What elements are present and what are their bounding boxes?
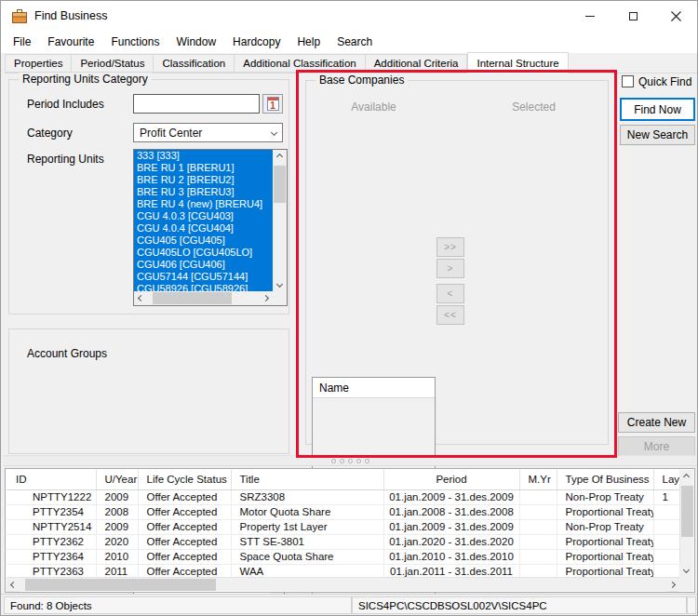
column-header-title[interactable]: Title [231,470,383,489]
base-companies-title: Base Companies [315,74,408,87]
column-header-uyear[interactable]: U/Year [96,470,138,489]
close-button[interactable] [654,1,697,31]
list-item[interactable]: CGU 4.0.3 [CGU403] [134,210,273,222]
menu-file[interactable]: File [5,35,39,48]
column-header-id[interactable]: ID [7,470,96,489]
chevron-up-icon [276,154,283,160]
list-item[interactable]: BRE RU 3 [BRERU3] [134,186,273,198]
column-header-type-of-business[interactable]: Type Of Business [557,470,653,489]
remove-all-button[interactable]: << [436,305,464,325]
cell-period: 01.jan.2020 - 31.des.2020 [383,534,519,549]
menu-favourite[interactable]: Favourite [39,35,102,48]
table-row[interactable]: PTTY2354 2008 Offer Accepted Motor Quota… [7,504,679,519]
column-header-layer[interactable]: Layer [653,470,679,489]
tab-classification[interactable]: Classification [154,54,235,73]
tab-strip: Properties Period/Status Classification … [5,53,697,74]
scrollbar-thumb[interactable] [274,166,286,203]
menu-hardcopy[interactable]: Hardcopy [224,35,289,48]
vertical-scrollbar[interactable] [679,470,693,577]
splitter-dot [348,459,353,463]
category-dropdown[interactable]: Profit Center [133,123,283,142]
cell-title: STT SE-3801 [231,534,383,549]
splitter-dot [331,459,336,463]
list-item[interactable]: CGU405LO [CGU405LO] [134,247,273,259]
column-header-life-cycle-status[interactable]: Life Cycle Status [138,470,231,489]
cell-type: Proportional Treaty [557,549,653,564]
tab-internal-structure[interactable]: Internal Structure [467,52,568,74]
cell-myr [519,519,557,534]
scroll-up-arrow[interactable] [273,150,287,164]
table-row[interactable]: NPTTY2514 2009 Offer Accepted Property 1… [7,519,679,534]
cell-id: PTTY2362 [7,534,96,549]
maximize-icon [629,12,638,20]
create-new-button[interactable]: Create New [618,412,695,433]
menu-window[interactable]: Window [168,35,224,48]
reporting-units-listbox[interactable]: 333 [333] BRE RU 1 [BRERU1] BRE RU 2 [BR… [133,149,288,306]
vertical-scrollbar[interactable] [273,150,287,291]
table-row[interactable]: PTTY2364 2010 Offer Accepted Space Quota… [7,549,679,564]
resize-grip[interactable] [687,596,696,614]
list-item[interactable]: CGU406 [CGU406] [134,259,273,271]
menu-help[interactable]: Help [289,35,329,48]
scrollbar-thumb[interactable] [153,292,232,304]
more-button[interactable]: More [618,436,695,457]
minimize-button[interactable] [569,1,611,31]
date-picker-button[interactable]: 1 [262,94,283,114]
find-now-button[interactable]: Find Now [620,98,695,121]
tab-period-status[interactable]: Period/Status [72,54,154,73]
scroll-right-arrow[interactable] [259,291,273,305]
period-includes-input[interactable] [133,94,260,114]
splitter-dot [356,459,361,463]
horizontal-scrollbar[interactable] [7,577,679,591]
list-item[interactable]: CGU57144 [CGU57144] [134,271,273,283]
cell-status: Offer Accepted [138,519,231,534]
reporting-units-label: Reporting Units [27,153,104,166]
scroll-right-arrow[interactable] [665,578,679,592]
quick-find-checkbox[interactable] [622,75,634,87]
scroll-left-arrow[interactable] [7,578,20,592]
list-item[interactable]: CGU405 [CGU405] [134,234,273,247]
maximize-button[interactable] [611,1,654,31]
cell-title: SRZ3308 [231,489,383,504]
list-item[interactable]: BRE RU 2 [BRERU2] [134,174,273,186]
remove-button[interactable]: < [436,284,464,303]
cell-myr [519,549,557,564]
chevron-down-icon [276,281,283,288]
splitter-handle[interactable] [3,455,697,466]
chevron-up-icon [683,474,690,480]
scrollbar-thumb[interactable] [25,579,216,591]
scrollbar-thumb[interactable] [681,486,693,537]
title-bar[interactable]: Find Business [1,1,697,31]
available-name-header[interactable]: Name [313,378,435,398]
cell-period: 01.jan.2009 - 31.des.2009 [383,519,519,534]
scroll-left-arrow[interactable] [134,291,148,305]
tab-additional-criteria[interactable]: Additional Criteria [366,54,468,73]
add-button[interactable]: > [436,259,464,278]
scroll-down-arrow[interactable] [679,563,693,577]
horizontal-scrollbar[interactable] [134,291,273,305]
tab-additional-classification[interactable]: Additional Classification [235,54,365,73]
table-row[interactable]: NPTTY1222 2009 Offer Accepted SRZ3308 01… [7,489,679,504]
table-row[interactable]: PTTY2363 2011 Offer Accepted WAA 01.jan.… [7,564,679,577]
list-item[interactable]: CGU58926 [CGU58926] [134,283,273,291]
scroll-down-arrow[interactable] [273,277,287,291]
list-item[interactable]: BRE RU 4 (new) [BRERU4] [134,198,273,210]
table-row[interactable]: PTTY2362 2020 Offer Accepted STT SE-3801… [7,534,679,549]
scroll-up-arrow[interactable] [679,470,693,484]
list-item[interactable]: BRE RU 1 [BRERU1] [134,162,273,174]
status-found: Found: 8 Objects [4,596,352,614]
add-all-button[interactable]: >> [436,237,464,257]
menu-functions[interactable]: Functions [102,35,168,48]
cell-layer: 1 [653,489,679,504]
category-value: Profit Center [140,127,202,140]
cell-layer [653,534,679,549]
column-header-period[interactable]: Period [383,470,519,489]
cell-title: WAA [231,564,383,577]
tab-properties[interactable]: Properties [5,54,72,73]
new-search-button[interactable]: New Search [620,125,695,145]
menu-search[interactable]: Search [329,35,381,48]
column-header-myr[interactable]: M.Yr [519,470,557,489]
list-item[interactable]: 333 [333] [134,150,273,162]
category-label: Category [27,127,73,140]
list-item[interactable]: CGU 4.0.4 [CGU404] [134,222,273,234]
